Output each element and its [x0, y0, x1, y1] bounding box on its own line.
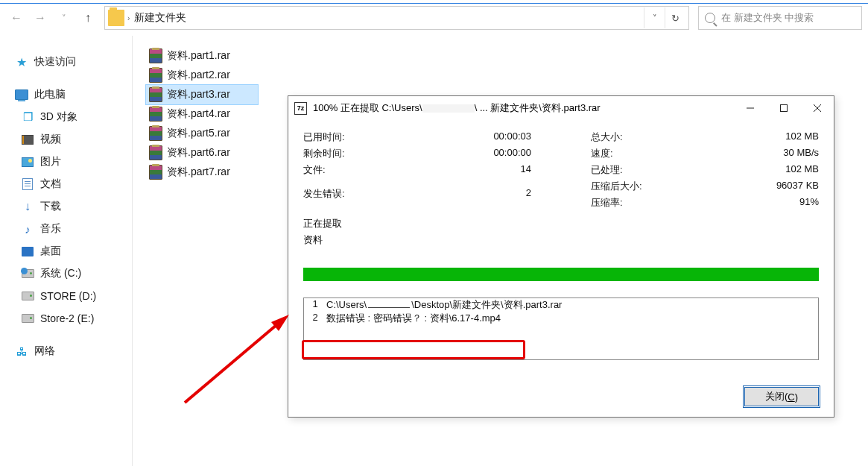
rar-icon [149, 126, 162, 141]
sidebar-quick-access[interactable]: ★ 快速访问 [0, 51, 132, 73]
cube-icon: ❒ [21, 110, 34, 124]
document-icon [22, 178, 33, 190]
sidebar-music[interactable]: ♪音乐 [0, 218, 132, 240]
file-item[interactable]: 资料.part7.rar [146, 163, 258, 182]
svg-rect-1 [780, 105, 787, 112]
star-icon: ★ [15, 55, 28, 69]
file-item[interactable]: 资料.part5.rar [146, 124, 258, 143]
sidebar-drive-c[interactable]: 系统 (C:) [0, 262, 132, 285]
progress-bar [303, 268, 819, 281]
7z-icon: 7z [294, 102, 307, 115]
sidebar-this-pc[interactable]: 此电脑 [0, 84, 132, 106]
file-name: 资料.part5.rar [167, 127, 230, 140]
window-maximize[interactable] [767, 97, 800, 119]
address-bar-row: ← → ˅ ↑ › 新建文件夹 ˅ ↻ 在 新建文件夹 中搜索 [0, 0, 868, 36]
music-icon: ♪ [21, 222, 34, 236]
dialog-titlebar[interactable]: 7z 100% 正在提取 C:\Users\\ ... 新建文件夹\资料.par… [288, 96, 834, 120]
breadcrumb[interactable]: › 新建文件夹 [127, 11, 186, 25]
sidebar-drive-d[interactable]: STORE (D:) [0, 285, 132, 307]
search-icon [705, 13, 715, 23]
window-minimize[interactable] [733, 97, 767, 119]
desktop-icon [22, 247, 34, 256]
addr-dropdown[interactable]: ˅ [644, 7, 665, 28]
folder-icon [108, 10, 124, 26]
file-name: 资料.part3.rar [167, 88, 230, 101]
address-bar[interactable]: › 新建文件夹 ˅ ↻ [104, 6, 689, 30]
sidebar-pictures[interactable]: 图片 [0, 151, 132, 173]
chevron-right-icon: › [127, 14, 130, 22]
file-name: 资料.part4.rar [167, 107, 230, 121]
sidebar-3d-objects[interactable]: ❒3D 对象 [0, 106, 132, 128]
nav-sidebar: ★ 快速访问 此电脑 ❒3D 对象 视频 图片 文档 ↓下载 ♪音乐 桌面 系统… [0, 36, 133, 466]
rar-icon [149, 145, 162, 160]
search-placeholder: 在 新建文件夹 中搜索 [721, 11, 814, 25]
log-row: 1 C:\Users\\Desktop\新建文件夹\资料.part3.rar [304, 298, 818, 312]
file-item[interactable]: 资料.part4.rar [146, 104, 258, 124]
extract-stats: 已用时间:00:00:03 剩余时间:00:00:00 文件:14 发生错误:2… [303, 130, 819, 212]
file-name: 资料.part7.rar [167, 166, 230, 179]
download-icon: ↓ [21, 200, 34, 213]
file-item[interactable]: 资料.part6.rar [146, 143, 258, 163]
window-close[interactable] [800, 97, 834, 119]
pc-icon [15, 89, 28, 100]
file-name: 资料.part6.rar [167, 146, 230, 160]
rar-icon [149, 68, 162, 83]
file-name: 资料.part2.rar [167, 69, 230, 82]
film-icon [22, 135, 34, 145]
log-row: 2 数据错误 : 密码错误？ : 资料\6.17-4.mp4 [304, 312, 818, 325]
file-name: 资料.part1.rar [167, 49, 230, 63]
rar-icon [149, 87, 162, 102]
extract-status: 正在提取 资料 [303, 215, 819, 248]
picture-icon [22, 157, 34, 167]
addr-refresh[interactable]: ↻ [665, 7, 685, 28]
breadcrumb-segment[interactable]: 新建文件夹 [134, 11, 186, 25]
nav-recent-chevron[interactable]: ˅ [54, 7, 75, 28]
file-item[interactable]: 资料.part1.rar [146, 46, 258, 66]
nav-fwd[interactable]: → [30, 7, 51, 28]
drive-icon [22, 269, 34, 278]
rar-icon [149, 107, 162, 122]
dialog-title: 100% 正在提取 C:\Users\\ ... 新建文件夹\资料.part3.… [313, 101, 733, 115]
sidebar-documents[interactable]: 文档 [0, 173, 132, 195]
rar-icon [149, 48, 162, 63]
extract-dialog: 7z 100% 正在提取 C:\Users\\ ... 新建文件夹\资料.par… [288, 95, 834, 418]
sidebar-downloads[interactable]: ↓下载 [0, 195, 132, 218]
sidebar-network[interactable]: 🖧 网络 [0, 340, 132, 362]
sidebar-drive-e[interactable]: Store-2 (E:) [0, 307, 132, 330]
file-item[interactable]: 资料.part3.rar [146, 85, 258, 104]
drive-icon [22, 314, 34, 323]
annotation-highlight [302, 340, 525, 359]
sidebar-desktop[interactable]: 桌面 [0, 240, 132, 262]
nav-back[interactable]: ← [6, 7, 27, 28]
close-button[interactable]: 关闭(C) [744, 387, 819, 406]
rar-icon [149, 165, 162, 180]
nav-up[interactable]: ↑ [77, 7, 98, 28]
file-item[interactable]: 资料.part2.rar [146, 66, 258, 85]
drive-icon [22, 292, 34, 300]
search-input[interactable]: 在 新建文件夹 中搜索 [698, 6, 862, 30]
network-icon: 🖧 [15, 344, 28, 358]
sidebar-videos[interactable]: 视频 [0, 128, 132, 151]
